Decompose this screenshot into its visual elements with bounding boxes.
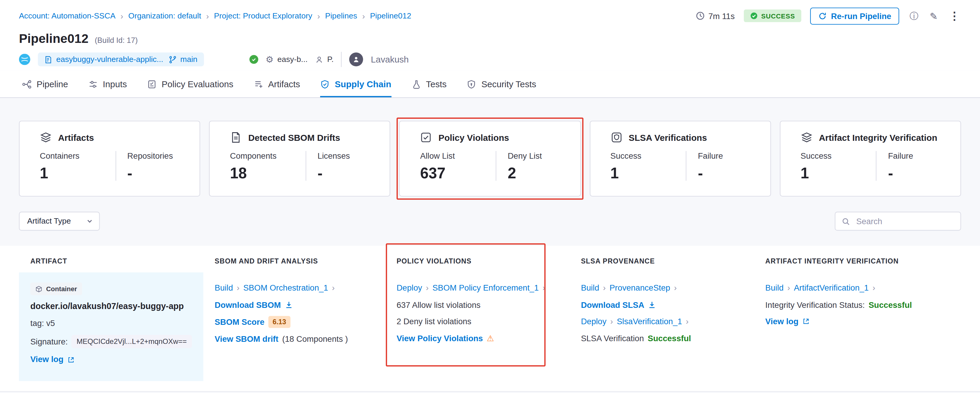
breadcrumb-account[interactable]: Account: Automation-SSCA	[19, 11, 115, 20]
artifact-type-label: Artifact Type	[27, 217, 71, 226]
card-title: Artifact Integrity Verification	[819, 133, 937, 142]
chevron-icon	[603, 283, 606, 294]
policy-violations-card-icon	[420, 131, 432, 143]
tab-label: Artifacts	[268, 79, 300, 89]
triggered-by-user: Lavakush	[371, 54, 409, 65]
artifact-type-label: Container	[46, 284, 77, 293]
top-bar: Account: Automation-SSCA Organization: d…	[0, 0, 980, 32]
metric-value: -	[698, 166, 762, 181]
warning-icon: ⚠	[487, 333, 494, 344]
slsa-verify-step-link[interactable]: SlsaVerification_1	[617, 316, 682, 327]
policy-stage-link[interactable]: Deploy	[396, 283, 422, 294]
duration-text: 7m 11s	[708, 11, 735, 21]
cell-sbom: Build SBOM Orchestration_1 Download SBOM…	[203, 272, 385, 381]
breadcrumb-project[interactable]: Project: Product Exploratory	[214, 11, 312, 20]
sbom-stage-link[interactable]: Build	[215, 283, 233, 294]
service-chip[interactable]: ⚙ easy-b...	[266, 55, 308, 64]
execution-icon	[19, 54, 30, 65]
table-row: Container docker.io/lavakush07/easy-bugg…	[0, 272, 980, 381]
view-log-label: View log	[30, 354, 64, 365]
environment-label: P.	[327, 55, 334, 64]
slsa-step-link[interactable]: ProvenanceStep	[609, 283, 670, 294]
user-avatar	[349, 53, 363, 66]
tab-label: Inputs	[103, 79, 127, 89]
card-slsa-verifications: SLSA Verifications Success1 Failure-	[590, 121, 771, 196]
breadcrumb-pipelines[interactable]: Pipelines	[325, 11, 357, 20]
info-icon[interactable]: ⓘ	[908, 10, 920, 21]
download-sbom-link[interactable]: Download SBOM	[215, 299, 293, 310]
card-title: Policy Violations	[439, 133, 509, 142]
repo-chip[interactable]: easybuggy-vulnerable-applic... main	[38, 53, 204, 66]
tab-tests[interactable]: Tests	[412, 71, 447, 97]
sbom-score-link[interactable]: SBOM Score	[215, 316, 264, 328]
tab-label: Policy Evaluations	[162, 79, 233, 89]
build-id: (Build Id: 17)	[95, 36, 137, 45]
tab-artifacts[interactable]: Artifacts	[253, 71, 300, 97]
refresh-icon	[818, 11, 827, 20]
tab-pipeline[interactable]: Pipeline	[22, 71, 68, 97]
artifacts-table: ARTIFACT SBOM AND DRIFT ANALYSIS POLICY …	[0, 246, 980, 392]
slsa-verification-status: Successful	[648, 333, 691, 344]
artifact-image-name: docker.io/lavakush07/easy-buggy-app	[30, 301, 184, 313]
environment-chip[interactable]: P.	[315, 55, 334, 64]
card-artifacts: Artifacts Containers1 Repositories-	[19, 121, 200, 196]
person-icon	[315, 55, 323, 64]
breadcrumb-pipeline012[interactable]: Pipeline012	[370, 11, 412, 20]
view-sbom-drift-link[interactable]: View SBOM drift	[215, 334, 278, 345]
search-input[interactable]	[855, 216, 954, 227]
external-link-icon	[67, 356, 74, 363]
view-policy-violations-link[interactable]: View Policy Violations	[396, 333, 483, 344]
metric-value: -	[888, 166, 952, 181]
tab-security-tests[interactable]: Security Tests	[467, 71, 536, 97]
policy-step-link[interactable]: SBOM Policy Enforcement_1	[432, 283, 538, 294]
external-link-icon	[802, 318, 809, 325]
signature-value: MEQCICde2Vjl...L+2+mqnOXw==	[72, 335, 192, 349]
chevron-icon	[426, 283, 429, 294]
pipeline-execution-page: Account: Automation-SSCA Organization: d…	[0, 0, 980, 393]
execution-duration: 7m 11s	[696, 11, 735, 21]
breadcrumb-organization[interactable]: Organization: default	[128, 11, 201, 20]
download-slsa-link[interactable]: Download SLSA	[581, 299, 656, 310]
metric-label: Allow List	[420, 151, 496, 160]
tab-policy-evaluations[interactable]: Policy Evaluations	[147, 71, 233, 97]
artifact-type-select[interactable]: Artifact Type	[19, 212, 100, 231]
chevron-icon	[787, 283, 790, 294]
integrity-step-link[interactable]: ArtifactVerification_1	[794, 283, 869, 294]
sbom-step-link[interactable]: SBOM Orchestration_1	[243, 283, 328, 294]
page-header: Pipeline012 (Build Id: 17) easybuggy-vul…	[0, 32, 980, 71]
integrity-view-log-link[interactable]: View log	[765, 316, 809, 327]
table-header-row: ARTIFACT SBOM AND DRIFT ANALYSIS POLICY …	[0, 249, 980, 272]
metric-label: Deny List	[508, 151, 571, 160]
download-sbom-label: Download SBOM	[215, 299, 281, 310]
integrity-stage-link[interactable]: Build	[765, 283, 783, 294]
integrity-status-label: Integrity Verification Status:	[765, 299, 865, 310]
tab-label: Pipeline	[37, 79, 68, 89]
execution-tabs: Pipeline Inputs Policy Evaluations Artif…	[0, 71, 980, 98]
metric-label: Licenses	[317, 151, 381, 160]
edit-pipeline-icon[interactable]: ✎	[929, 10, 939, 22]
more-options-icon[interactable]: ⋮	[948, 9, 961, 22]
signature-label: Signature:	[30, 336, 68, 347]
clock-icon	[696, 11, 705, 20]
sbom-score-badge: 6.13	[268, 316, 290, 328]
rerun-label: Re-run Pipeline	[831, 11, 891, 21]
slsa-stage-link[interactable]: Build	[581, 283, 599, 294]
artifact-tag: tag: v5	[30, 318, 55, 329]
metric-label: Components	[230, 151, 305, 160]
tab-inputs[interactable]: Inputs	[88, 71, 127, 97]
tab-supply-chain[interactable]: Supply Chain	[320, 71, 391, 97]
rerun-pipeline-button[interactable]: Re-run Pipeline	[810, 7, 899, 24]
filter-row: Artifact Type	[19, 212, 961, 231]
status-text: SUCCESS	[761, 12, 795, 19]
cell-artifact-integrity: Build ArtifactVerification_1 Integrity V…	[754, 272, 961, 381]
service-name: easy-b...	[277, 55, 308, 64]
download-slsa-label: Download SLSA	[581, 299, 644, 310]
view-log-label: View log	[765, 316, 798, 327]
metric-value: 1	[611, 166, 686, 181]
artifact-view-log-link[interactable]: View log	[30, 354, 75, 365]
slsa-verify-stage-link[interactable]: Deploy	[581, 316, 607, 327]
chevron-icon	[332, 283, 335, 294]
supply-chain-content: Artifacts Containers1 Repositories- Dete…	[0, 98, 980, 392]
branch-name: main	[180, 55, 197, 64]
search-icon	[842, 217, 850, 225]
